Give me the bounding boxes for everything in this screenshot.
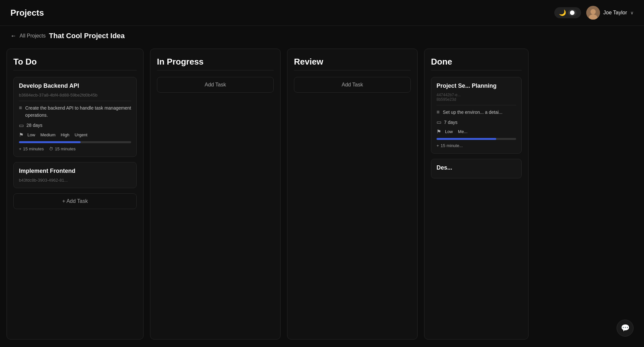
- task-days-text: 7 days: [444, 120, 457, 125]
- plus-icon: +: [437, 143, 439, 148]
- task-uuid: 447442b7-e...8b595e23d: [437, 93, 516, 102]
- task-uuid: b3684ecb-37a8-4bf4-8d88-59be2fd0b45b: [19, 93, 131, 98]
- plus-icon: +: [19, 146, 22, 151]
- column-in-progress: In Progress Add Task: [150, 49, 281, 339]
- header-right: 🌙 Joe Taylor ∨: [554, 6, 634, 20]
- column-header-done: Done: [431, 57, 522, 70]
- all-projects-link[interactable]: All Projects: [20, 33, 46, 39]
- column-header-in-progress: In Progress: [157, 57, 274, 70]
- time-added-item: + 15 minutes: [19, 146, 44, 151]
- task-description-row: ≡ Create the backend API to handle task …: [19, 104, 131, 119]
- theme-toggle-button[interactable]: 🌙: [554, 7, 581, 18]
- task-title: Project Se... Planning: [437, 83, 516, 89]
- kanban-board: To Do Develop Backend API b3684ecb-37a8-…: [0, 43, 644, 345]
- chat-icon: 💬: [621, 324, 630, 332]
- divider: [437, 105, 516, 105]
- time-added-text: 15 minute...: [441, 143, 463, 148]
- priority-row: ⚑ Low Me...: [437, 128, 516, 135]
- priority-low[interactable]: Low: [26, 132, 37, 138]
- task-description-text: Create the backend API to handle task ma…: [25, 104, 131, 119]
- progress-bar: [437, 138, 496, 140]
- column-review: Review Add Task: [287, 49, 418, 339]
- task-footer: + 15 minutes ⏱ 15 minutes: [19, 146, 131, 151]
- progress-bar: [19, 141, 81, 143]
- priority-row: ⚑ Low Medium High Urgent: [19, 132, 131, 138]
- moon-icon: 🌙: [559, 9, 566, 16]
- time-elapsed-text: 15 minutes: [55, 146, 76, 151]
- app-title: Projects: [10, 8, 44, 18]
- add-task-button-in-progress[interactable]: Add Task: [157, 77, 274, 93]
- column-todo: To Do Develop Backend API b3684ecb-37a8-…: [7, 49, 144, 339]
- task-footer: + 15 minute...: [437, 143, 516, 148]
- time-added-item: + 15 minute...: [437, 143, 463, 148]
- task-card-des[interactable]: Des...: [431, 159, 522, 178]
- task-days-row: ▭ 28 days: [19, 122, 131, 128]
- task-days-row: ▭ 7 days: [437, 119, 516, 125]
- task-days-text: 28 days: [26, 123, 42, 128]
- task-description-text: Set up the environ... a detai...: [443, 109, 502, 116]
- priority-medium[interactable]: Medium: [39, 132, 57, 138]
- task-title: Implement Frontend: [19, 168, 131, 174]
- calendar-icon: ▭: [437, 119, 441, 125]
- project-title: That Cool Project Idea: [49, 32, 125, 40]
- app-header: Projects 🌙 Joe Taylor ∨: [0, 0, 644, 26]
- task-title: Des...: [437, 164, 516, 171]
- priority-low[interactable]: Low: [444, 128, 454, 135]
- priority-high[interactable]: High: [59, 132, 71, 138]
- avatar: [586, 6, 600, 20]
- task-card-project-setup[interactable]: Project Se... Planning 447442b7-e...8b59…: [431, 77, 522, 154]
- calendar-icon: ▭: [19, 122, 24, 128]
- progress-bar-container: [437, 138, 516, 140]
- description-icon: ≡: [19, 105, 22, 111]
- task-uuid: b43fdc8b-3903-4962-81...: [19, 178, 131, 183]
- breadcrumb: ← All Projects That Cool Project Idea: [0, 26, 644, 43]
- task-title: Develop Backend API: [19, 83, 131, 89]
- priority-urgent[interactable]: Urgent: [73, 132, 89, 138]
- flag-icon: ⚑: [437, 128, 441, 135]
- add-task-button-review[interactable]: Add Task: [294, 77, 411, 93]
- flag-icon: ⚑: [19, 132, 23, 138]
- time-added-text: 15 minutes: [23, 146, 44, 151]
- column-header-review: Review: [294, 57, 411, 70]
- theme-toggle-dot: [570, 10, 575, 15]
- column-done: Done Project Se... Planning 447442b7-e..…: [424, 49, 529, 339]
- task-description-row: ≡ Set up the environ... a detai...: [437, 109, 516, 116]
- task-card-frontend[interactable]: Implement Frontend b43fdc8b-3903-4962-81…: [13, 162, 137, 188]
- chevron-down-icon: ∨: [630, 10, 634, 15]
- clock-icon: ⏱: [49, 146, 53, 151]
- priority-medium[interactable]: Me...: [457, 128, 469, 135]
- divider: [19, 101, 131, 101]
- back-button[interactable]: ←: [10, 33, 16, 39]
- chat-button[interactable]: 💬: [617, 320, 634, 337]
- description-icon: ≡: [437, 109, 439, 115]
- user-name: Joe Taylor: [603, 10, 627, 16]
- time-elapsed-item: ⏱ 15 minutes: [49, 146, 76, 151]
- svg-point-1: [590, 9, 596, 14]
- progress-bar-container: [19, 141, 131, 143]
- task-card-backend-api[interactable]: Develop Backend API b3684ecb-37a8-4bf4-8…: [13, 77, 137, 157]
- add-task-button-todo[interactable]: + Add Task: [13, 193, 137, 209]
- user-profile[interactable]: Joe Taylor ∨: [586, 6, 634, 20]
- column-header-todo: To Do: [13, 57, 137, 70]
